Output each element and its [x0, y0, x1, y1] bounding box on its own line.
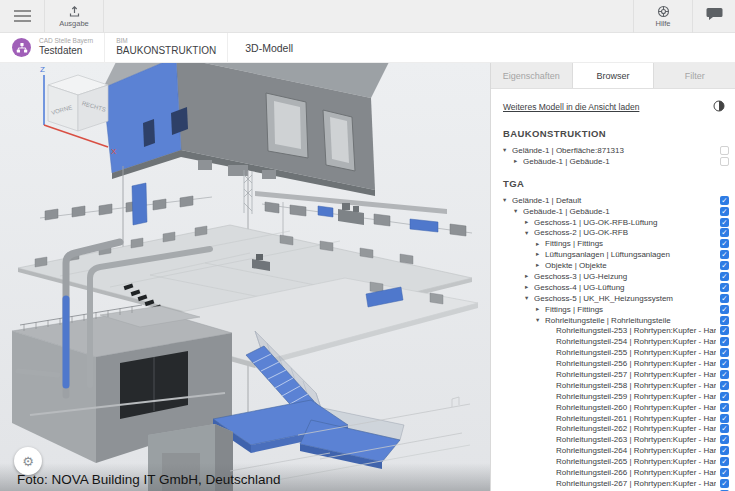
tree-row[interactable]: Rohrleitungsteil-259 | Rohrtypen:Kupfer … — [503, 391, 731, 402]
chat-icon — [706, 7, 723, 25]
tree-row[interactable]: ▸Geschoss-1 | UG-OK-RFB-Lüftung — [503, 217, 731, 228]
visibility-checkbox[interactable] — [720, 239, 729, 248]
3d-model-canvas[interactable]: VORNE RECHTS Z X — [0, 63, 490, 491]
tab-3d-modell[interactable]: 3D-Modell — [239, 42, 299, 54]
tree-row[interactable]: ▾Geschoss-2 | UG-OK-RFB — [503, 227, 731, 238]
tree-row-label: Rohrleitungsteil-253 | Rohrtypen:Kupfer … — [556, 326, 716, 335]
tree-row[interactable]: ▸Objekte | Objekte — [503, 260, 731, 271]
visibility-checkbox[interactable] — [720, 479, 729, 488]
visibility-checkbox[interactable] — [720, 196, 729, 205]
tree-row[interactable]: Rohrleitungsteil-261 | Rohrtypen:Kupfer … — [503, 413, 731, 424]
expand-arrow-icon[interactable]: ▸ — [536, 241, 545, 248]
3d-viewport[interactable]: VORNE RECHTS Z X ⚙ Foto: NOVA Building I… — [0, 63, 490, 491]
hamburger-menu-button[interactable] — [0, 0, 44, 33]
tree-row[interactable]: Rohrleitungsteil-265 | Rohrtypen:Kupfer … — [503, 456, 731, 467]
visibility-checkbox[interactable] — [720, 446, 729, 455]
visibility-checkbox[interactable] — [720, 392, 729, 401]
visibility-checkbox[interactable] — [720, 157, 729, 166]
visibility-checkbox[interactable] — [720, 146, 729, 155]
visibility-checkbox[interactable] — [720, 261, 729, 270]
expand-arrow-icon[interactable]: ▸ — [514, 158, 523, 165]
load-model-row: Weiteres Modell in die Ansicht laden — [491, 89, 735, 121]
expand-arrow-icon[interactable]: ▸ — [536, 306, 545, 313]
visibility-checkbox[interactable] — [720, 403, 729, 412]
visibility-checkbox[interactable] — [720, 294, 729, 303]
contrast-toggle[interactable] — [713, 98, 725, 116]
tree-row[interactable]: Rohrleitungsteil-255 | Rohrtypen:Kupfer … — [503, 347, 731, 358]
visibility-checkbox[interactable] — [720, 207, 729, 216]
tree-row[interactable]: ▾Geschoss-5 | UK_HK_Heizungssystem — [503, 293, 731, 304]
ausgabe-button[interactable]: Ausgabe — [45, 0, 103, 33]
tree-row[interactable]: Rohrleitungsteil-266 | Rohrtypen:Kupfer … — [503, 467, 731, 478]
tree-row[interactable]: ▾Rohrleitungsteile | Rohrleitungsteile — [503, 315, 731, 326]
visibility-checkbox[interactable] — [720, 348, 729, 357]
collapse-arrow-icon[interactable]: ▾ — [514, 208, 523, 215]
expand-arrow-icon[interactable]: ▸ — [536, 251, 545, 258]
hilfe-button[interactable]: Hilfe — [634, 0, 692, 33]
visibility-checkbox[interactable] — [720, 218, 729, 227]
tree-row[interactable]: ▸Geschoss-3 | UG-Heizung — [503, 271, 731, 282]
visibility-checkbox[interactable] — [720, 337, 729, 346]
visibility-checkbox[interactable] — [720, 305, 729, 314]
tree-row-label: Objekte | Objekte — [545, 261, 716, 270]
collapse-arrow-icon[interactable]: ▾ — [503, 147, 512, 154]
visibility-checkbox[interactable] — [720, 250, 729, 259]
tab-eigenschaften[interactable]: Eigenschaften — [491, 63, 573, 88]
visibility-checkbox[interactable] — [720, 359, 729, 368]
breadcrumb-divider — [104, 33, 105, 63]
breadcrumb-divider — [227, 33, 228, 63]
visibility-checkbox[interactable] — [720, 424, 729, 433]
tree-row[interactable]: Rohrleitungsteil-267 | Rohrtypen:Kupfer … — [503, 478, 731, 489]
tree-row[interactable]: ▾Gelände-1 | Oberfläche:871313 — [503, 145, 731, 156]
tree-row[interactable]: ▸Fittings | Fittings — [503, 238, 731, 249]
tree-row[interactable]: Rohrleitungsteil-260 | Rohrtypen:Kupfer … — [503, 402, 731, 413]
tree-row[interactable]: Rohrleitungsteil-254 | Rohrtypen:Kupfer … — [503, 336, 731, 347]
collapse-arrow-icon[interactable]: ▾ — [503, 197, 512, 204]
expand-arrow-icon[interactable]: ▸ — [525, 284, 534, 291]
right-panel: Eigenschaften Browser Filter Weiteres Mo… — [490, 63, 735, 491]
visibility-checkbox[interactable] — [720, 228, 729, 237]
tree-row[interactable]: Rohrleitungsteil-262 | Rohrtypen:Kupfer … — [503, 423, 731, 434]
tree-row[interactable]: Rohrleitungsteil-256 | Rohrtypen:Kupfer … — [503, 358, 731, 369]
collapse-arrow-icon[interactable]: ▾ — [525, 230, 534, 237]
tree-row[interactable]: Rohrleitungsteil-257 | Rohrtypen:Kupfer … — [503, 369, 731, 380]
project-name: Testdaten — [39, 45, 93, 58]
visibility-checkbox[interactable] — [720, 272, 729, 281]
tree-row-label: Rohrleitungsteil-256 | Rohrtypen:Kupfer … — [556, 359, 716, 368]
visibility-checkbox[interactable] — [720, 316, 729, 325]
tree-row-label: Geschoss-3 | UG-Heizung — [534, 272, 716, 281]
tree-row[interactable]: ▸Geschoss-4 | UG-Lüftung — [503, 282, 731, 293]
workspace-avatar[interactable] — [12, 38, 31, 57]
tree-row-label: Rohrleitungsteil-263 | Rohrtypen:Kupfer … — [556, 435, 716, 444]
tab-browser[interactable]: Browser — [573, 63, 655, 88]
visibility-checkbox[interactable] — [720, 326, 729, 335]
expand-arrow-icon[interactable]: ▸ — [525, 273, 534, 280]
visibility-checkbox[interactable] — [720, 435, 729, 444]
tree-row[interactable]: Rohrleitungsteil-263 | Rohrtypen:Kupfer … — [503, 434, 731, 445]
visibility-checkbox[interactable] — [720, 468, 729, 477]
tab-filter[interactable]: Filter — [654, 63, 735, 88]
visibility-checkbox[interactable] — [720, 381, 729, 390]
visibility-checkbox[interactable] — [720, 283, 729, 292]
breadcrumb-project[interactable]: CAD Stelle Bayern Testdaten — [39, 37, 93, 58]
load-model-link[interactable]: Weiteres Modell in die Ansicht laden — [503, 102, 639, 112]
tree-row[interactable]: ▾Gelände-1 | Default — [503, 195, 731, 206]
tree-row[interactable]: ▸Lüftungsanlagen | Lüftungsanlagen — [503, 249, 731, 260]
visibility-checkbox[interactable] — [720, 370, 729, 379]
breadcrumb-model[interactable]: BIM BAUKONSTRUKTION — [116, 37, 216, 58]
tree-row-label: Gelände-1 | Oberfläche:871313 — [512, 146, 716, 155]
tree-row[interactable]: Rohrleitungsteil-264 | Rohrtypen:Kupfer … — [503, 445, 731, 456]
chat-button[interactable] — [693, 0, 735, 33]
tree-row[interactable]: Rohrleitungsteil-258 | Rohrtypen:Kupfer … — [503, 380, 731, 391]
tree-row[interactable]: ▾Gebäude-1 | Gebäude-1 — [503, 206, 731, 217]
collapse-arrow-icon[interactable]: ▾ — [525, 295, 534, 302]
expand-arrow-icon[interactable]: ▸ — [525, 219, 534, 226]
tree-row[interactable]: Rohrleitungsteil-253 | Rohrtypen:Kupfer … — [503, 325, 731, 336]
visibility-checkbox[interactable] — [720, 414, 729, 423]
visibility-checkbox[interactable] — [720, 457, 729, 466]
collapse-arrow-icon[interactable]: ▾ — [536, 317, 545, 324]
expand-arrow-icon[interactable]: ▸ — [536, 262, 545, 269]
tree-row[interactable]: ▸Fittings | Fittings — [503, 304, 731, 315]
settings-fab[interactable]: ⚙ — [14, 447, 42, 475]
tree-row[interactable]: ▸Gebäude-1 | Gebäude-1 — [503, 156, 731, 167]
